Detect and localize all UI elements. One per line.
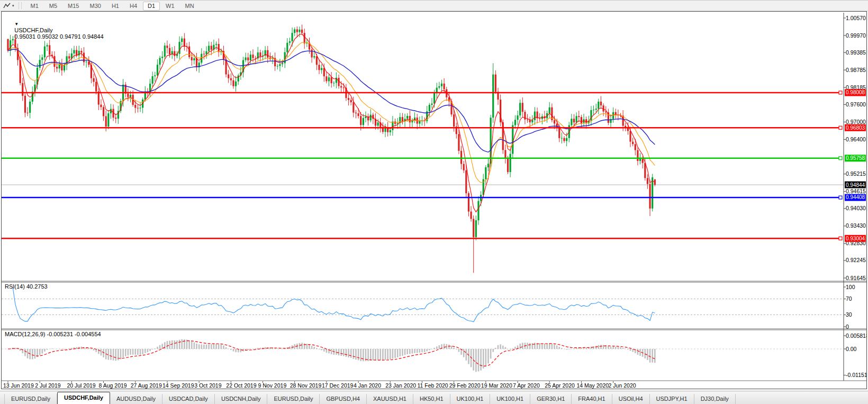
svg-text:0.94844: 0.94844 <box>846 182 865 188</box>
svg-text:22 Oct 2019: 22 Oct 2019 <box>226 382 256 389</box>
chart-tab-usdcad-daily[interactable]: USDCAD,Daily <box>162 394 215 404</box>
chart-tab-usdjpy-h1[interactable]: USDJPY,H1 <box>650 394 694 404</box>
svg-text:19 Mar 2020: 19 Mar 2020 <box>481 382 512 389</box>
timeframe-button-d1[interactable]: D1 <box>143 2 160 11</box>
svg-text:29 Feb 2020: 29 Feb 2020 <box>449 382 481 389</box>
chart-tab-dj30-daily[interactable]: DJ30,Daily <box>694 394 736 404</box>
ma-slow-line <box>8 49 655 152</box>
svg-text:14 May 2020: 14 May 2020 <box>576 382 609 389</box>
svg-text:2 Jun 2020: 2 Jun 2020 <box>609 382 636 389</box>
svg-text:0.005818: 0.005818 <box>846 333 866 339</box>
svg-text:27 Aug 2019: 27 Aug 2019 <box>131 382 162 389</box>
timeframe-button-m30[interactable]: M30 <box>85 2 105 11</box>
timeframe-button-m5[interactable]: M5 <box>44 2 62 11</box>
time-axis[interactable]: 13 Jun 20192 Jul 201920 Jul 20198 Aug 20… <box>3 381 636 389</box>
chart-tab-usoil-h4[interactable]: USOil,H4 <box>612 394 650 404</box>
timeframe-button-w1[interactable]: W1 <box>161 2 179 11</box>
macd-indicator-label: MACD(12,26,9) -0.005231 -0.004554 <box>5 331 101 337</box>
svg-text:70: 70 <box>846 295 852 302</box>
horizontal-line-objects[interactable] <box>2 91 842 240</box>
hline-handle-icon[interactable] <box>839 196 842 199</box>
ma-fast-line <box>8 34 655 212</box>
chart-collapse-icon[interactable]: ▼ <box>14 22 19 26</box>
svg-text:0.00: 0.00 <box>846 346 857 352</box>
svg-text:23 Jan 2020: 23 Jan 2020 <box>385 382 416 389</box>
svg-text:13 Jun 2019: 13 Jun 2019 <box>3 382 34 389</box>
candlestick-series <box>7 24 656 273</box>
svg-text:0.99385: 0.99385 <box>846 49 866 56</box>
hline-handle-icon[interactable] <box>839 91 842 94</box>
chart-tab-hk50-h1[interactable]: HK50,H1 <box>413 394 450 404</box>
timeframe-button-m15[interactable]: M15 <box>63 2 84 11</box>
chart-tab-fra40-h1[interactable]: FRA40,H1 <box>572 394 612 404</box>
timeframe-button-h1[interactable]: H1 <box>107 2 124 11</box>
svg-text:1.00570: 1.00570 <box>846 15 866 21</box>
chart-canvas[interactable]: 1.005700.999700.993850.987850.981850.976… <box>2 12 866 389</box>
hline-handle-icon[interactable] <box>839 126 842 129</box>
chart-tab-uk100-h1[interactable]: UK100,H1 <box>450 394 491 404</box>
svg-text:0.92245: 0.92245 <box>846 257 866 263</box>
svg-text:0.97000: 0.97000 <box>846 119 866 125</box>
chart-tab-uk100-h1[interactable]: UK100,H1 <box>490 394 530 404</box>
timeframe-button-h4[interactable]: H4 <box>125 2 142 11</box>
svg-text:4 Jan 2020: 4 Jan 2020 <box>354 382 381 389</box>
svg-text:30: 30 <box>846 311 852 318</box>
timeframes-toolbar: ▾ M1M5M15M30H1H4D1W1MN <box>0 1 868 11</box>
chart-tab-usdchf-daily[interactable]: USDCHF,Daily <box>57 392 110 404</box>
svg-text:28 Nov 2019: 28 Nov 2019 <box>290 382 322 389</box>
toolbar-grip <box>19 2 22 9</box>
ma-medium-line <box>8 42 655 183</box>
chart-tabs-bar: EURUSD,DailyUSDCHF,DailyAUDUSD,DailyUSDC… <box>0 391 868 404</box>
hline-handle-icon[interactable] <box>839 237 842 240</box>
svg-text:-0.011514: -0.011514 <box>846 372 866 378</box>
chart-tab-usdcnh-daily[interactable]: USDCNH,Daily <box>215 394 268 404</box>
svg-text:11 Feb 2020: 11 Feb 2020 <box>417 382 448 389</box>
svg-text:25 Apr 2020: 25 Apr 2020 <box>545 382 575 389</box>
price-badge: 0.96803 <box>845 124 866 131</box>
timeframe-button-m1[interactable]: M1 <box>26 2 43 11</box>
chart-tab-audusd-daily[interactable]: AUDUSD,Daily <box>110 394 162 404</box>
svg-text:17 Dec 2019: 17 Dec 2019 <box>322 382 354 389</box>
chart-ohlc-values: 0.95031 0.95032 0.94791 0.94844 <box>14 33 103 40</box>
chart-tab-xauusd-h1[interactable]: XAUUSD,H1 <box>367 394 413 404</box>
price-badge: 0.98008 <box>845 89 866 96</box>
svg-text:7 Apr 2020: 7 Apr 2020 <box>513 382 540 389</box>
svg-text:0.95215: 0.95215 <box>846 170 866 177</box>
svg-text:3 Oct 2019: 3 Oct 2019 <box>194 382 222 389</box>
svg-text:0.96803: 0.96803 <box>846 125 865 131</box>
svg-text:0.99970: 0.99970 <box>846 32 866 39</box>
chart-window[interactable]: 1.005700.999700.993850.987850.981850.976… <box>1 11 867 389</box>
svg-text:20 Jul 2019: 20 Jul 2019 <box>67 382 95 389</box>
svg-text:0.97600: 0.97600 <box>846 101 866 107</box>
svg-text:0: 0 <box>846 324 849 330</box>
svg-text:0.94408: 0.94408 <box>846 194 865 200</box>
rsi-indicator-label: RSI(14) 40.2753 <box>5 283 48 290</box>
dropdown-caret-icon: ▾ <box>12 4 14 7</box>
zigzag-icon <box>3 2 11 10</box>
svg-text:2 Jul 2019: 2 Jul 2019 <box>35 382 61 389</box>
svg-text:0.98008: 0.98008 <box>846 89 865 95</box>
svg-text:0.91645: 0.91645 <box>846 275 866 281</box>
svg-text:0.93004: 0.93004 <box>846 236 865 241</box>
price-badge: 0.95758 <box>845 155 866 161</box>
price-badge: 0.93004 <box>845 235 866 242</box>
svg-text:0.93430: 0.93430 <box>846 222 866 229</box>
svg-text:0.95758: 0.95758 <box>846 155 865 161</box>
chart-tab-gbpusd-h4[interactable]: GBPUSD,H4 <box>320 394 367 404</box>
svg-text:100: 100 <box>846 284 855 290</box>
mt4-application-window: ▾ M1M5M15M30H1H4D1W1MN 1.005700.999700.9… <box>0 0 868 404</box>
line-studies-icon[interactable]: ▾ <box>2 2 16 10</box>
chart-tab-eurusd-daily[interactable]: EURUSD,Daily <box>267 394 320 404</box>
price-badge: 0.94408 <box>845 194 866 201</box>
svg-text:0.98785: 0.98785 <box>846 67 866 73</box>
chart-tab-ger30-h1[interactable]: GER30,H1 <box>530 394 572 404</box>
hline-handle-icon[interactable] <box>839 157 842 160</box>
svg-text:0.94030: 0.94030 <box>846 205 866 211</box>
svg-text:9 Nov 2019: 9 Nov 2019 <box>258 382 287 389</box>
chart-title: ▼ USDCHF,Daily 0.95031 0.95032 0.94791 0… <box>5 14 104 46</box>
svg-text:14 Sep 2019: 14 Sep 2019 <box>162 382 194 389</box>
timeframe-button-mn[interactable]: MN <box>180 2 199 11</box>
price-badge: 0.94844 <box>845 182 866 188</box>
chart-symbol-label: USDCHF,Daily <box>14 27 52 33</box>
chart-tab-eurusd-daily[interactable]: EURUSD,Daily <box>4 394 57 404</box>
